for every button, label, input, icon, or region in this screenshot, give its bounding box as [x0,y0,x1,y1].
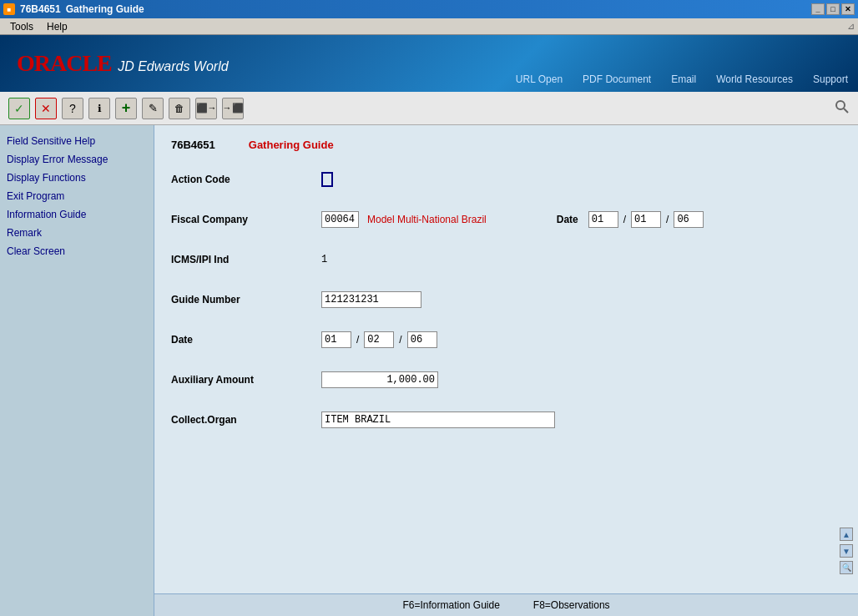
fiscal-date-d2[interactable] [631,211,661,228]
fkey-f6: F6=Information Guide [402,599,499,611]
edit-button[interactable]: ✎ [142,98,164,119]
auxiliary-amount-field [321,371,438,388]
main-area: Field Sensitive Help Display Error Messa… [0,125,858,616]
cancel-button[interactable]: ✕ [35,98,57,119]
copy-in-button[interactable]: ⬛→ [195,98,217,119]
date-d3-input[interactable] [407,331,437,348]
scroll-down-button[interactable]: ▼ [840,544,853,558]
sidebar: Field Sensitive Help Display Error Messa… [0,125,154,616]
sidebar-exit-program[interactable]: Exit Program [0,187,154,205]
delete-button[interactable]: 🗑 [169,98,190,119]
collect-organ-label: Collect.Organ [171,414,321,426]
fkey-f8: F8=Observations [533,599,610,611]
bottom-bar: F6=Information Guide F8=Observations [154,593,858,616]
zoom-button[interactable]: 🔍 [840,561,853,574]
date-field: / / [321,331,437,348]
titlebar-program-id: 76B4651 [20,3,61,15]
scroll-controls: ▲ ▼ 🔍 [840,528,853,574]
close-button[interactable]: ✕ [841,3,855,15]
resize-handle: ⊿ [847,21,855,32]
icms-field: 1 [321,254,327,265]
nav-world-resources[interactable]: World Resources [706,70,803,88]
header-nav: URL Open PDF Document Email World Resour… [506,35,858,92]
content-area: 76B4651 Gathering Guide Action Code Fisc… [154,125,858,593]
collect-organ-field [321,412,555,428]
menubar: Tools Help ⊿ [0,18,858,35]
fiscal-date-d3[interactable] [674,211,704,228]
guide-number-field [321,291,421,308]
fiscal-company-name: Model Multi-National Brazil [367,214,487,225]
form-program-id: 76B4651 [171,139,215,151]
sidebar-clear-screen[interactable]: Clear Screen [0,242,154,260]
fiscal-date-d1[interactable] [588,211,618,228]
info-button[interactable]: ℹ [88,98,110,119]
auxiliary-amount-row: Auxiliary Amount [171,368,841,391]
action-code-label: Action Code [171,174,321,185]
action-code-row: Action Code [171,168,841,191]
minimize-button[interactable]: _ [811,3,825,15]
oracle-text: ORACLE [17,50,112,76]
fiscal-company-label: Fiscal Company [171,214,321,225]
auxiliary-amount-input[interactable] [321,371,438,388]
icms-row: ICMS/IPI Ind 1 [171,248,841,271]
action-code-cursor [321,172,333,187]
titlebar-left: ■ 76B4651 Gathering Guide [3,3,144,15]
content-wrapper: 76B4651 Gathering Guide Action Code Fisc… [154,125,858,616]
date-row: Date / / [171,328,841,351]
toolbar: ✓ ✕ ? ℹ + ✎ 🗑 ⬛→ →⬛ [0,92,858,125]
oracle-logo: ORACLE JD Edwards World [0,50,245,77]
fiscal-company-row: Fiscal Company Model Multi-National Braz… [171,208,841,231]
icms-label: ICMS/IPI Ind [171,254,321,265]
titlebar-title: Gathering Guide [66,3,144,15]
date-label-company: Date [557,214,578,225]
sidebar-display-error-message[interactable]: Display Error Message [0,150,154,169]
nav-support[interactable]: Support [803,70,858,88]
auxiliary-amount-label: Auxiliary Amount [171,374,321,386]
sidebar-display-functions[interactable]: Display Functions [0,169,154,187]
maximize-button[interactable]: □ [826,3,840,15]
search-icon [835,99,850,114]
sidebar-remark[interactable]: Remark [0,224,154,242]
fiscal-company-input[interactable] [321,211,359,228]
menu-help[interactable]: Help [40,19,74,34]
svg-line-1 [844,109,848,113]
collect-organ-input[interactable] [321,412,555,428]
icms-value: 1 [321,254,327,265]
nav-url-open[interactable]: URL Open [506,70,573,88]
date-sep-1: / [623,214,626,225]
titlebar-controls: _ □ ✕ [811,3,855,15]
date-d2-input[interactable] [364,331,394,348]
guide-number-label: Guide Number [171,294,321,305]
guide-number-row: Guide Number [171,288,841,311]
sidebar-field-sensitive-help[interactable]: Field Sensitive Help [0,132,154,150]
form-header: 76B4651 Gathering Guide [171,139,841,151]
search-toolbar-icon[interactable] [835,99,850,117]
svg-point-0 [836,101,845,109]
add-button[interactable]: + [115,98,137,119]
form-title: Gathering Guide [249,139,334,151]
action-code-field [321,172,333,187]
jde-text: JD Edwards World [118,59,228,73]
fiscal-company-field: Model Multi-National Brazil Date / / [321,211,704,228]
nav-email[interactable]: Email [661,70,706,88]
guide-number-input[interactable] [321,291,421,308]
date-sep-4: / [399,334,401,346]
ok-button[interactable]: ✓ [8,98,30,119]
help-button[interactable]: ? [62,98,83,119]
sidebar-information-guide[interactable]: Information Guide [0,205,154,224]
date-sep-2: / [666,214,669,225]
copy-out-button[interactable]: →⬛ [222,98,244,119]
date-label: Date [171,334,321,346]
nav-pdf-document[interactable]: PDF Document [573,70,661,88]
oracle-header: ORACLE JD Edwards World URL Open PDF Doc… [0,35,858,92]
titlebar: ■ 76B4651 Gathering Guide _ □ ✕ [0,0,858,18]
app-icon: ■ [3,3,15,15]
scroll-up-button[interactable]: ▲ [840,528,853,541]
date-sep-3: / [356,334,359,346]
collect-organ-row: Collect.Organ [171,408,841,432]
menu-tools[interactable]: Tools [3,19,40,34]
date-d1-input[interactable] [321,331,351,348]
